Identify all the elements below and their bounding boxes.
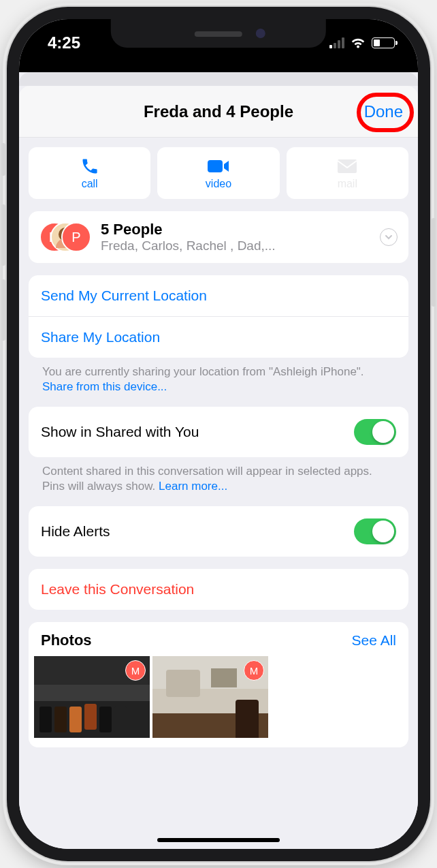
avatar-badge: M xyxy=(125,660,146,681)
battery-icon xyxy=(372,37,395,48)
phone-icon xyxy=(80,156,99,176)
done-button[interactable]: Done xyxy=(364,102,403,121)
share-location-button[interactable]: Share My Location xyxy=(29,316,408,358)
photo-thumbnail[interactable]: M xyxy=(34,656,150,738)
wifi-icon xyxy=(350,37,366,49)
avatar-badge: M xyxy=(244,660,264,681)
send-location-button[interactable]: Send My Current Location xyxy=(29,275,408,316)
shared-with-you-row: Show in Shared with You xyxy=(29,407,408,457)
scroll-content[interactable]: call video mail xyxy=(19,138,418,775)
people-count: 5 People xyxy=(101,221,370,238)
sheet-header: Freda and 4 People Done xyxy=(19,86,418,138)
envelope-icon xyxy=(337,156,357,176)
photo-thumbnail[interactable]: M xyxy=(152,656,268,738)
people-row[interactable]: M P 5 People Freda, Carlos, Rachel , Dad… xyxy=(29,211,408,263)
location-note: You are currently sharing your location … xyxy=(29,358,408,394)
video-icon xyxy=(207,156,230,176)
mail-button: mail xyxy=(287,147,408,199)
hide-alerts-label: Hide Alerts xyxy=(41,523,110,540)
avatar: P xyxy=(61,222,91,252)
status-time: 4:25 xyxy=(48,33,80,52)
photos-title: Photos xyxy=(41,632,92,649)
shared-with-you-label: Show in Shared with You xyxy=(41,424,199,440)
hide-alerts-toggle[interactable] xyxy=(354,518,396,544)
call-button[interactable]: call xyxy=(29,147,150,199)
cellular-signal-icon xyxy=(329,37,344,48)
learn-more-link[interactable]: Learn more... xyxy=(159,480,227,493)
avatar-stack: M P xyxy=(39,221,91,253)
sheet-backdrop xyxy=(19,72,418,86)
leave-conversation-button[interactable]: Leave this Conversation xyxy=(29,569,408,610)
people-names: Freda, Carlos, Rachel , Dad,... xyxy=(101,238,370,253)
svg-rect-0 xyxy=(208,160,223,172)
device-notch xyxy=(111,19,326,48)
page-title: Freda and 4 People xyxy=(144,102,293,121)
video-label: video xyxy=(206,178,231,190)
shared-with-you-note: Content shared in this conversation will… xyxy=(29,457,408,494)
share-from-device-link[interactable]: Share from this device... xyxy=(42,380,167,393)
chevron-down-icon[interactable] xyxy=(380,228,398,246)
mail-label: mail xyxy=(338,178,357,190)
video-button[interactable]: video xyxy=(157,147,279,199)
home-indicator[interactable] xyxy=(157,838,280,842)
svg-rect-1 xyxy=(338,159,357,173)
call-label: call xyxy=(82,178,98,190)
shared-with-you-toggle[interactable] xyxy=(354,419,396,445)
hide-alerts-row: Hide Alerts xyxy=(29,506,408,557)
see-all-button[interactable]: See All xyxy=(352,632,396,649)
